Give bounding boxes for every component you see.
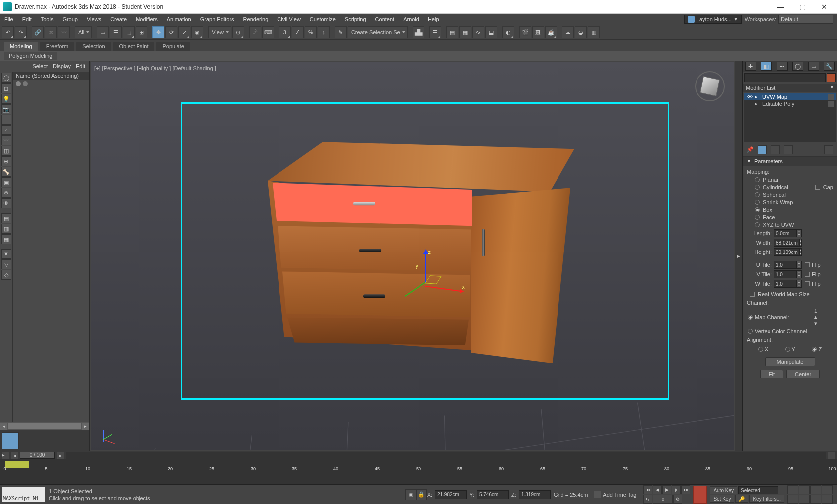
render-prod-button[interactable]: ☕ — [545, 26, 557, 38]
vertexcolor-radio[interactable]: Vertex Color Channel — [748, 328, 833, 334]
manipulate-button[interactable]: ☄ — [249, 26, 261, 38]
max-viewport-icon[interactable] — [822, 495, 833, 504]
vflip-checkbox[interactable] — [805, 272, 810, 277]
mirror-button[interactable]: ▟▙ — [413, 26, 424, 38]
time-ruler[interactable]: 0 5 10 15 20 25 30 35 40 45 50 55 60 65 … — [0, 459, 837, 484]
mapping-face[interactable]: Face — [755, 214, 833, 220]
configure-sets-icon[interactable] — [824, 145, 833, 154]
select-place-button[interactable]: ◉ — [191, 26, 203, 38]
key-icon[interactable]: 🔑 — [735, 495, 748, 503]
scene-list-row[interactable] — [13, 80, 89, 87]
mapchannel-spinner[interactable]: 1▴▾ — [814, 308, 833, 327]
menu-scripting[interactable]: Scripting — [340, 14, 371, 25]
render-gallery-button[interactable]: ▥ — [588, 26, 600, 38]
scene-display-menu[interactable]: Display — [53, 63, 71, 69]
undo-button[interactable]: ↶ — [2, 26, 14, 38]
set-key-big-button[interactable]: + — [693, 486, 707, 504]
angle-snap-button[interactable]: ∠ — [292, 26, 304, 38]
filter-bones-icon[interactable]: 🦴 — [1, 167, 11, 177]
snap-toggle-button[interactable]: 3 — [279, 26, 291, 38]
realworld-checkbox[interactable]: Real-World Map Size — [750, 291, 833, 297]
menu-rendering[interactable]: Rendering — [239, 14, 273, 25]
menu-help[interactable]: Help — [423, 14, 444, 25]
mapping-shrinkwrap[interactable]: Shrink Wrap — [755, 199, 833, 205]
object-color-swatch[interactable] — [827, 73, 836, 82]
link-button[interactable]: 🔗 — [32, 26, 44, 38]
open-a360-button[interactable]: ◒ — [575, 26, 587, 38]
keymode-dropdown[interactable]: Selected — [738, 486, 778, 494]
layer-explorer-button[interactable]: ▤ — [446, 26, 458, 38]
select-rotate-button[interactable]: ⟳ — [165, 26, 177, 38]
filter-cameras-icon[interactable]: 📷 — [1, 104, 11, 114]
keyboard-shortcut-button[interactable]: ⌨ — [262, 26, 274, 38]
time-slider-thumb[interactable]: 0 / 100 — [20, 452, 55, 459]
bind-spacewarp-button[interactable]: 〰 — [58, 26, 70, 38]
align-x[interactable]: X — [758, 346, 768, 352]
timeslider-flyout-icon[interactable]: ▸ — [2, 452, 9, 459]
menu-group[interactable]: Group — [58, 14, 82, 25]
utile-spinner[interactable]: 1.0▴▾ — [774, 261, 802, 269]
preview-thumbnail[interactable] — [2, 432, 19, 449]
filter-frozen-icon[interactable]: ❄ — [1, 188, 11, 198]
time-slider-track[interactable] — [66, 452, 826, 459]
next-frame-icon[interactable]: ⏵ — [672, 485, 681, 494]
select-scale-button[interactable]: ⤢ — [178, 26, 190, 38]
filter-spacewarps-icon[interactable]: 〰 — [1, 135, 11, 145]
sort-layer-icon[interactable]: ▥ — [1, 224, 11, 234]
render-online-button[interactable]: ☁ — [562, 26, 574, 38]
workspace-input[interactable] — [778, 15, 833, 24]
mapping-xyztouvw[interactable]: XYZ to UVW — [755, 222, 833, 228]
menu-file[interactable]: File — [0, 14, 18, 25]
curve-editor-button[interactable]: ∿ — [472, 26, 484, 38]
ribbon-tab-objectpaint[interactable]: Object Paint — [113, 42, 155, 51]
percent-snap-button[interactable]: % — [305, 26, 317, 38]
fov-icon[interactable] — [787, 495, 798, 504]
mapping-box[interactable]: Box — [755, 207, 833, 213]
viewport-flyout-button[interactable]: ▸ — [735, 61, 742, 451]
scene-list-header[interactable]: Name (Sorted Ascending) — [13, 72, 89, 80]
menu-animation[interactable]: Animation — [162, 14, 196, 25]
cap-checkbox[interactable] — [815, 185, 820, 190]
selection-lock-icon[interactable]: 🔒 — [416, 489, 427, 500]
select-object-button[interactable]: ▭ — [97, 26, 109, 38]
toggle-ribbon-button[interactable]: ▦ — [459, 26, 471, 38]
goto-end-icon[interactable]: ⏭ — [681, 485, 690, 494]
center-button-param[interactable]: Center — [786, 370, 820, 378]
selection-filter-dropdown[interactable]: All — [75, 26, 92, 38]
pan-icon[interactable] — [799, 495, 810, 504]
material-editor-button[interactable]: ◐ — [502, 26, 514, 38]
filter-xrefs-icon[interactable]: ⊕ — [1, 156, 11, 166]
find-filter-icon[interactable]: ▽ — [1, 259, 11, 269]
menu-customize[interactable]: Customize — [305, 14, 340, 25]
ribbon-tab-freeform[interactable]: Freeform — [40, 42, 75, 51]
coord-y-input[interactable]: 5.746cm — [477, 490, 509, 499]
add-time-tag[interactable]: Add Time Tag — [591, 491, 639, 498]
menu-tools[interactable]: Tools — [36, 14, 58, 25]
render-setup-button[interactable]: 🎬 — [519, 26, 531, 38]
selection-set-icon[interactable]: ▼ — [1, 249, 11, 259]
editnamedsel-button[interactable]: ✎ — [335, 26, 347, 38]
time-slider[interactable]: ▸ ◂ 0 / 100 ▸ — [0, 451, 837, 459]
time-config-icon[interactable]: ⚙ — [673, 495, 682, 504]
filter-hidden-icon[interactable]: 👁 — [1, 198, 11, 208]
setkey-button[interactable]: Set Key — [710, 495, 734, 503]
mapchannel-radio[interactable]: Map Channel:1▴▾ — [748, 308, 833, 327]
mapping-cylindrical[interactable]: CylindricalCap — [755, 184, 833, 190]
prev-frame-icon[interactable]: ◀ — [653, 485, 662, 494]
sort-alpha-icon[interactable]: ▤ — [1, 213, 11, 223]
wflip-checkbox[interactable] — [805, 281, 810, 286]
schematic-view-button[interactable]: ⬓ — [485, 26, 497, 38]
zoom-icon[interactable] — [787, 485, 798, 494]
scroll-right-icon[interactable]: ▸ — [82, 423, 89, 430]
keyfilters-button[interactable]: Key Filters... — [749, 495, 784, 503]
modifier-editablepoly[interactable]: ▸Editable Poly — [744, 100, 836, 107]
create-tab-icon[interactable]: ✚ — [745, 62, 756, 71]
pin-stack-icon[interactable]: 📌 — [747, 146, 754, 153]
menu-edit[interactable]: Edit — [18, 14, 36, 25]
isolate-selection-icon[interactable]: ▣ — [405, 489, 416, 500]
display-tab-icon[interactable]: ▭ — [808, 62, 819, 71]
unlink-button[interactable]: ⤫ — [45, 26, 57, 38]
select-by-name-button[interactable]: ☰ — [110, 26, 122, 38]
menu-content[interactable]: Content — [371, 14, 399, 25]
menu-civilview[interactable]: Civil View — [273, 14, 305, 25]
